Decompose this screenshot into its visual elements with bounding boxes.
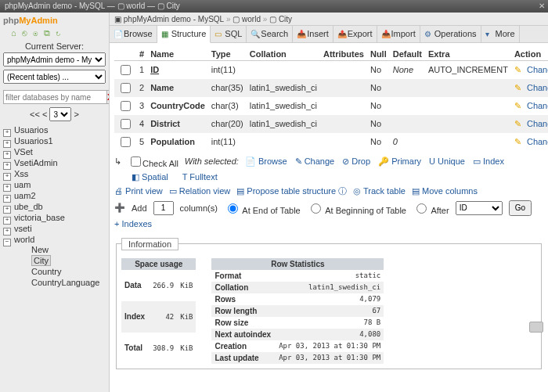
table-row: 4Districtchar(20)latin1_swedish_ciNo✎ Ch… [114,115,548,133]
th-num: # [136,48,147,61]
logo: phpMyAdmin [3,16,106,25]
th-coll: Collation [247,48,320,61]
change-link[interactable]: ✎ Change [514,119,548,128]
tree-node[interactable]: uam2 [3,190,106,201]
track-table[interactable]: ◎ Track table [353,186,406,196]
info-fieldset: Information Space usage Data266.9KiBInde… [116,238,542,369]
row-check[interactable] [121,83,131,93]
th-null: Null [367,48,390,61]
sel-index[interactable]: ▭ Index [473,156,504,166]
check-all[interactable] [131,156,141,167]
tree-node[interactable]: victoria_base [3,212,106,223]
after-field-select[interactable]: ID [456,201,503,215]
server-label: Current Server: [3,41,106,51]
print-view[interactable]: 🖨 Print view [114,186,163,196]
row-check[interactable] [121,65,131,75]
sel-spatial[interactable]: ◧ Spatial [132,172,168,182]
go-button[interactable]: Go [509,200,532,216]
th-attr: Attributes [320,48,367,61]
tab-sql[interactable]: ▭SQL [211,26,247,42]
change-link[interactable]: ✎ Change [514,83,548,92]
row-check[interactable] [121,101,131,111]
th-extra: Extra [425,48,511,61]
tree-node[interactable]: vseti [3,223,106,234]
tree-node[interactable]: City [22,255,106,266]
tab-more[interactable]: ▾More [481,26,520,42]
row-check[interactable] [121,137,131,147]
sidebar: phpMyAdmin ⌂ ⎋ ◉ ⧉ ↻ Current Server: php… [0,13,110,392]
filter-input[interactable] [3,90,107,104]
sidebar-toolbar[interactable]: ⌂ ⎋ ◉ ⧉ ↻ [11,28,106,38]
corner-handle-icon[interactable] [529,322,543,333]
links-row: 🖨 Print view ▭ Relation view ▤ Propose t… [114,185,543,197]
change-link[interactable]: ✎ Change [514,65,548,74]
columns-table: # Name Type Collation Attributes Null De… [114,48,548,151]
content: ▣ phpMyAdmin demo - MySQL » ▢ world » ▢ … [110,13,548,392]
propose-structure[interactable]: ▤ Propose table structure ⓘ [236,185,347,197]
recent-select[interactable]: (Recent tables) ... [3,70,106,84]
table-row: 1IDint(11)NoNoneAUTO_INCREMENT✎ Change⊘ … [114,60,548,79]
info-legend: Information [121,238,178,250]
change-link[interactable]: ✎ Change [514,137,548,146]
sel-change[interactable]: ✎ Change [295,156,335,166]
selection-toolbar: ↳ Check All With selected: 📄 Browse✎ Cha… [114,154,543,169]
stats-table: Row Statistics FormatstaticCollationlati… [211,258,384,364]
th-default: Default [390,48,425,61]
tree-node[interactable]: uam [3,179,106,190]
add-qty-input[interactable] [153,201,174,215]
th-name: Name [147,48,208,61]
sel-fulltext[interactable]: T Fulltext [182,172,218,182]
tree-node[interactable]: ube_db [3,201,106,212]
th-action: Action [511,48,548,61]
table-row: 5Populationint(11)No0✎ Change⊘ Drop▾ Mor… [114,133,548,151]
tab-browse[interactable]: 📄Browse [110,26,157,42]
tab-operations[interactable]: ⚙Operations [420,26,481,42]
change-link[interactable]: ✎ Change [514,101,548,110]
breadcrumb: ▣ phpMyAdmin demo - MySQL » ▢ world » ▢ … [110,13,548,26]
relation-view[interactable]: ▭ Relation view [169,186,230,196]
tree-node[interactable]: VsetiAdmin [3,157,106,168]
tab-structure[interactable]: ▦Structure [157,26,211,43]
space-table: Space usage Data266.9KiBIndex42KiBTotal3… [121,258,196,364]
tab-export[interactable]: 📤Export [333,26,377,42]
sel-primary[interactable]: 🔑 Primary [378,156,421,166]
tree-pager[interactable]: << < 3 > [3,107,106,121]
tab-import[interactable]: 📥Import [377,26,420,42]
titlebar: phpMyAdmin demo - MySQL — ▢ world — ▢ Ci… [0,0,548,13]
tree-node[interactable]: Usuarios [3,124,106,135]
row-check[interactable] [121,119,131,129]
tree-node[interactable]: worldNewCityCountryCountryLanguage [3,234,106,289]
tab-search[interactable]: 🔍Search [247,26,293,42]
add-column-row: ➕Add column(s) At End of Table At Beginn… [114,200,543,216]
tree-node[interactable]: Usuarios1 [3,135,106,146]
server-select[interactable]: phpMyAdmin demo - My [3,52,106,67]
sel-drop[interactable]: ⊘ Drop [342,156,370,166]
close-icon[interactable]: ✕ [539,0,545,13]
tree-node[interactable]: Xss [3,168,106,179]
db-tree: UsuariosUsuarios1VSetVsetiAdminXssuamuam… [3,124,106,289]
tree-node[interactable]: Country [22,266,106,277]
table-row: 3CountryCodechar(3)latin1_swedish_ciNo✎ … [114,97,548,115]
move-columns[interactable]: ▤ Move columns [412,186,478,196]
indexes-toggle[interactable]: + Indexes [114,219,543,228]
table-row: 2Namechar(35)latin1_swedish_ciNo✎ Change… [114,79,548,97]
window-title: phpMyAdmin demo - MySQL — ▢ world — ▢ Ci… [5,2,180,10]
tree-node[interactable]: CountryLanguage [22,277,106,288]
sel-unique[interactable]: U Unique [429,156,465,166]
tree-node[interactable]: VSet [3,146,106,157]
tabs: 📄Browse▦Structure▭SQL🔍Search📥Insert📤Expo… [110,26,548,43]
tree-node[interactable]: New [22,244,106,255]
th-type: Type [208,48,247,61]
sel-browse[interactable]: 📄 Browse [245,156,287,166]
tab-insert[interactable]: 📥Insert [293,26,333,42]
